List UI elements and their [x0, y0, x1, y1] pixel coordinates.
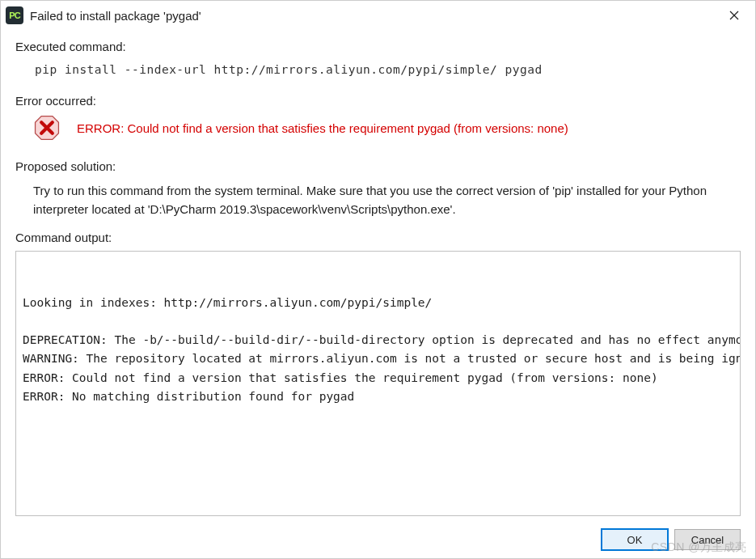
executed-command-text: pip install --index-url http://mirrors.a… — [35, 63, 741, 76]
command-output-label: Command output: — [15, 231, 741, 244]
executed-command-label: Executed command: — [15, 40, 741, 53]
error-occurred-label: Error occurred: — [15, 94, 741, 108]
proposed-solution-label: Proposed solution: — [15, 159, 741, 173]
close-button[interactable] — [716, 3, 752, 28]
close-icon — [729, 11, 739, 20]
error-message: ERROR: Could not find a version that sat… — [77, 121, 568, 135]
button-row: OK Cancel — [1, 518, 755, 558]
error-icon — [33, 114, 61, 142]
ok-button[interactable]: OK — [602, 529, 668, 550]
proposed-solution-text: Try to run this command from the system … — [33, 181, 741, 219]
dialog-content: Executed command: pip install --index-ur… — [1, 30, 755, 518]
command-output-box[interactable]: Looking in indexes: http://mirrors.aliyu… — [15, 251, 741, 516]
dialog-window: PC Failed to install package 'pygad' Exe… — [0, 0, 756, 559]
window-title: Failed to install package 'pygad' — [30, 8, 716, 23]
command-output-text: Looking in indexes: http://mirrors.aliyu… — [23, 294, 741, 406]
cancel-button[interactable]: Cancel — [674, 529, 741, 550]
title-bar: PC Failed to install package 'pygad' — [1, 1, 755, 30]
pycharm-app-icon: PC — [6, 6, 23, 24]
error-row: ERROR: Could not find a version that sat… — [33, 114, 741, 142]
